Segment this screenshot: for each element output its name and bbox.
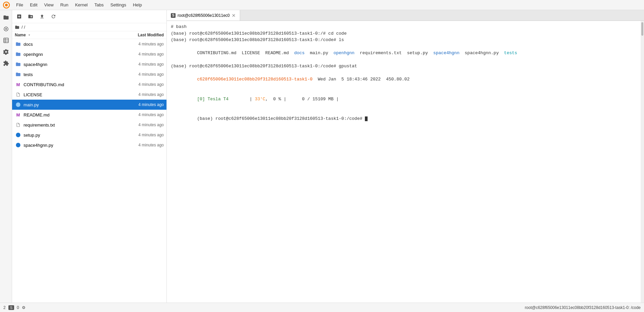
file-row-docs[interactable]: docs 4 minutes ago [12, 39, 166, 49]
file-name-tests: tests [24, 72, 117, 77]
term-line-5: (base) root@c628f65006e13011ec08bb20f312… [171, 63, 637, 70]
file-name-space4hgnn: space4hgnn [24, 62, 117, 67]
main-area: / / Name Last Modified docs 4 minutes ag… [0, 10, 644, 303]
menu-help[interactable]: Help [129, 1, 145, 8]
term-line-7: [0] Tesla T4 | 33'C, 0 % | 0 / 15109 MB … [171, 89, 637, 109]
status-badge-s: S [8, 305, 14, 310]
file-modified-readme: 4 minutes ago [117, 112, 164, 117]
file-modified-setuppy: 4 minutes ago [117, 133, 164, 137]
folder-icon-tests [15, 71, 22, 78]
new-folder-button[interactable] [26, 12, 35, 21]
file-modified-openhgnn: 4 minutes ago [117, 52, 164, 57]
file-name-docs: docs [24, 42, 117, 47]
file-modified-tests: 4 minutes ago [117, 72, 164, 77]
status-gear-icon: ⚙ [22, 305, 26, 310]
term-line-1: # bash [171, 24, 637, 30]
scrollbar-thumb[interactable] [641, 22, 643, 36]
menu-edit[interactable]: Edit [27, 1, 41, 8]
file-list-header: Name Last Modified [12, 31, 166, 39]
terminal-scrollbar[interactable] [641, 21, 644, 303]
file-row-requirements[interactable]: requirements.txt 4 minutes ago [12, 120, 166, 130]
svg-point-10 [16, 143, 20, 147]
terminal-tab-icon: S [171, 13, 176, 18]
file-row-openhgnn[interactable]: openhgnn 4 minutes ago [12, 49, 166, 59]
file-modified-space4hgnnpy: 4 minutes ago [117, 143, 164, 147]
python-icon-mainpy [15, 101, 22, 108]
file-row-tests[interactable]: tests 4 minutes ago [12, 69, 166, 79]
statusbar: 2 S 0 ⚙ root@c628f65006e13011ec08bb20f31… [0, 303, 644, 312]
terminal-tab-label: root@c628f65006e13011ec0 [178, 13, 230, 18]
breadcrumb: / / [12, 23, 166, 31]
file-toolbar [12, 10, 166, 23]
file-row-readme[interactable]: M README.md 4 minutes ago [12, 110, 166, 120]
icon-sidebar [0, 10, 12, 303]
file-name-mainpy: main.py [24, 102, 117, 107]
file-panel: / / Name Last Modified docs 4 minutes ag… [12, 10, 167, 303]
svg-point-9 [16, 133, 20, 137]
python-icon-setuppy [15, 132, 22, 138]
menu-file[interactable]: File [13, 1, 27, 8]
name-column-header: Name [15, 33, 26, 37]
python-icon-space4hgnnpy [15, 142, 22, 148]
file-row-contributing[interactable]: M CONTRIBUTING.md 4 minutes ago [12, 79, 166, 90]
file-row-mainpy[interactable]: main.py 4 minutes ago [12, 100, 166, 110]
sidebar-extension-icon[interactable] [1, 59, 11, 68]
term-line-4: CONTRIBUTING.md LICENSE README.md docs m… [171, 43, 637, 63]
file-modified-license: 4 minutes ago [117, 92, 164, 97]
breadcrumb-path: / / [22, 25, 25, 30]
term-line-3: (base) root@c628f65006e13011ec08bb20f312… [171, 37, 637, 43]
file-row-license[interactable]: LICENSE 4 minutes ago [12, 90, 166, 100]
menu-view[interactable]: View [41, 1, 57, 8]
file-modified-requirements: 4 minutes ago [117, 123, 164, 127]
app-logo [1, 0, 11, 10]
menu-kernel[interactable]: Kernel [72, 1, 91, 8]
menu-run[interactable]: Run [57, 1, 72, 8]
file-icon-license [15, 91, 22, 98]
status-right: root@c628f65006e13011ec08bb20f3128d16051… [525, 305, 641, 310]
file-row-setuppy[interactable]: setup.py 4 minutes ago [12, 130, 166, 140]
svg-point-3 [5, 28, 7, 30]
file-modified-mainpy: 4 minutes ago [117, 102, 164, 107]
file-list: docs 4 minutes ago openhgnn 4 minutes ag… [12, 39, 166, 303]
file-modified-contributing: 4 minutes ago [117, 82, 164, 87]
markdown-icon-readme: M [15, 111, 22, 118]
terminal-tab[interactable]: S root@c628f65006e13011ec0 ✕ [167, 10, 240, 21]
svg-point-1 [5, 4, 8, 6]
folder-icon-openhgnn [15, 51, 22, 58]
sidebar-gear-icon[interactable] [1, 47, 11, 57]
term-line-8: (base) root@c628f65006e13011ec08bb20f312… [171, 109, 637, 129]
folder-icon-docs [15, 41, 22, 47]
terminal-tab-close[interactable]: ✕ [232, 13, 236, 18]
modified-column-header: Last Modified [117, 33, 164, 37]
file-row-space4hgnnpy[interactable]: space4hgnn.py 4 minutes ago [12, 140, 166, 150]
term-line-2: (base) root@c628f65006e13011ec08bb20f312… [171, 30, 637, 37]
status-number: 2 [3, 305, 6, 310]
sidebar-table-icon[interactable] [1, 36, 11, 45]
terminal-body: # bash (base) root@c628f65006e13011ec08b… [167, 21, 644, 303]
menu-bar: File Edit View Run Kernel Tabs Settings … [0, 0, 644, 10]
svg-point-8 [16, 102, 20, 107]
cursor [365, 116, 368, 121]
svg-rect-4 [4, 38, 8, 43]
file-modified-docs: 4 minutes ago [117, 42, 164, 46]
file-name-contributing: CONTRIBUTING.md [24, 82, 117, 87]
file-name-setuppy: setup.py [24, 133, 117, 138]
sidebar-running-icon[interactable] [1, 24, 11, 34]
file-name-requirements: requirements.txt [24, 123, 117, 128]
status-count: 0 [17, 305, 19, 310]
markdown-icon-contributing: M [15, 81, 22, 88]
file-name-openhgnn: openhgnn [24, 52, 117, 57]
terminal-content[interactable]: # bash (base) root@c628f65006e13011ec08b… [167, 21, 641, 303]
upload-button[interactable] [38, 12, 46, 21]
menu-tabs[interactable]: Tabs [91, 1, 107, 8]
file-row-space4hgnn[interactable]: space4hgnn 4 minutes ago [12, 59, 166, 69]
folder-icon-space4hgnn [15, 61, 22, 68]
menu-settings[interactable]: Settings [107, 1, 129, 8]
refresh-button[interactable] [49, 12, 58, 21]
file-name-license: LICENSE [24, 92, 117, 97]
new-file-button[interactable] [15, 12, 24, 21]
file-name-space4hgnnpy: space4hgnn.py [24, 143, 117, 148]
term-line-6: c628f65006e13011ec08bb20f3128d160513-tas… [171, 70, 637, 90]
sidebar-folder-icon[interactable] [1, 13, 11, 22]
file-name-readme: README.md [24, 112, 117, 117]
